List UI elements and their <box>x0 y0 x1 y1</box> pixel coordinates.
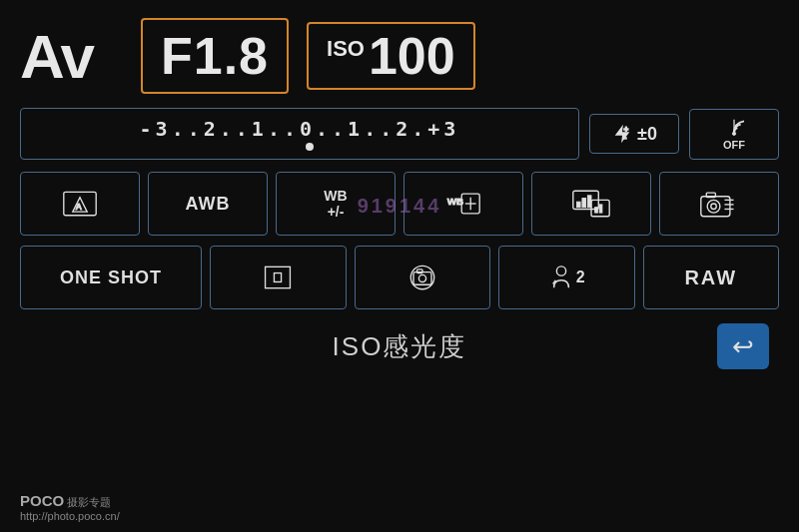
back-button[interactable]: ↩ <box>717 323 769 369</box>
exposure-row: -3..2..1..0..1..2.+3 + - ±0 <box>20 108 779 160</box>
camera-settings-box[interactable] <box>659 172 779 236</box>
timer-icon <box>548 264 574 291</box>
wifi-status: OFF <box>723 139 745 151</box>
camera-screen: Av F1.8 ISO 100 -3..2..1..0..1..2.+3 + -… <box>0 0 799 532</box>
awb-box[interactable]: AWB <box>148 172 268 236</box>
watermark: 919144 <box>358 195 442 218</box>
svg-rect-13 <box>576 202 580 207</box>
flash-compensation-box[interactable]: + - ±0 <box>589 114 679 154</box>
brand-name: POCO <box>20 492 64 509</box>
svg-rect-17 <box>595 208 598 213</box>
exposure-indicator <box>296 141 314 151</box>
logo: POCO 摄影专题 http://photo.poco.cn/ <box>20 492 120 522</box>
svg-rect-27 <box>275 273 282 282</box>
metering-box[interactable]: A <box>20 172 140 236</box>
brand-tagline: 摄影专题 <box>67 496 111 508</box>
settings-row-2: ONE SHOT <box>20 246 779 309</box>
wb-shift-icon: WB <box>445 190 481 218</box>
wb-adj-label: WB <box>324 188 347 204</box>
timer-value: 2 <box>576 268 585 286</box>
svg-rect-29 <box>413 272 431 285</box>
svg-rect-31 <box>416 269 421 273</box>
svg-rect-18 <box>599 205 602 213</box>
camera-settings-icon <box>699 189 739 219</box>
wifi-box[interactable]: OFF <box>689 109 779 160</box>
timer-box[interactable]: 2 <box>498 246 634 309</box>
display-box[interactable] <box>531 172 651 236</box>
aperture-box[interactable]: F1.8 <box>141 18 289 94</box>
af-point-icon <box>262 263 294 292</box>
flash-icon: + - <box>611 123 633 145</box>
svg-point-21 <box>711 204 716 209</box>
exposure-scale: -3..2..1..0..1..2.+3 <box>140 117 460 141</box>
svg-text:A: A <box>76 202 83 212</box>
iso-box[interactable]: ISO 100 <box>307 22 475 90</box>
svg-point-3 <box>732 132 735 135</box>
iso-sensitivity-label: ISO感光度 <box>333 329 467 364</box>
svg-point-20 <box>707 200 720 213</box>
live-view-box[interactable] <box>355 246 490 309</box>
wb-adj-symbol: +/- <box>328 204 345 220</box>
svg-point-30 <box>418 274 425 281</box>
af-point-box[interactable] <box>210 246 346 309</box>
bottom-row: ISO感光度 ↩ <box>20 323 779 369</box>
one-shot-box[interactable]: ONE SHOT <box>20 246 202 309</box>
iso-value: 100 <box>369 30 455 82</box>
back-arrow-icon: ↩ <box>732 331 754 362</box>
iso-prefix: ISO <box>327 36 365 62</box>
awb-label: AWB <box>186 194 231 215</box>
wifi-icon <box>719 118 749 138</box>
top-row: Av F1.8 ISO 100 <box>20 18 779 94</box>
flash-value: ±0 <box>637 124 657 145</box>
mode-label: Av <box>20 21 93 92</box>
svg-rect-14 <box>582 199 586 208</box>
svg-point-32 <box>556 266 565 275</box>
brand-url: http://photo.poco.cn/ <box>20 510 120 522</box>
metering-icon: A <box>62 190 98 218</box>
exposure-scale-box[interactable]: -3..2..1..0..1..2.+3 <box>20 108 579 160</box>
display-icon <box>571 189 611 219</box>
svg-rect-26 <box>266 266 291 287</box>
live-view-icon <box>404 263 440 292</box>
raw-box[interactable]: RAW <box>643 246 779 309</box>
raw-label: RAW <box>684 266 737 289</box>
one-shot-label: ONE SHOT <box>60 267 162 288</box>
